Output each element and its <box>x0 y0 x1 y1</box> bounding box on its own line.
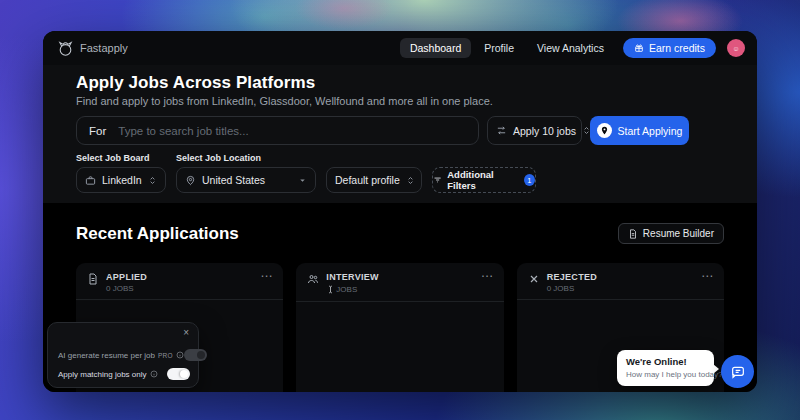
column-applied-meta: APPLIED 0 JOBS <box>106 272 260 293</box>
profile-select-value: Default profile <box>335 174 400 186</box>
brand-name: Fastapply <box>80 42 128 54</box>
location-pin-icon <box>185 175 196 186</box>
chat-message: How may I help you today? <box>626 370 705 379</box>
text-cursor-icon <box>326 284 335 295</box>
job-location-select[interactable]: United States <box>176 167 316 193</box>
user-avatar[interactable]: ☺ <box>727 39 745 57</box>
nav-item-view-analytics[interactable]: View Analytics <box>527 38 614 58</box>
swap-arrows-icon <box>496 125 507 136</box>
column-rejected-header: REJECTED 0 JOBS ⋯ <box>517 263 724 300</box>
briefcase-icon <box>85 175 96 186</box>
column-interview-meta: INTERVIEW JOBS <box>326 272 480 295</box>
people-icon <box>307 273 319 285</box>
nav-item-dashboard[interactable]: Dashboard <box>400 38 471 58</box>
chevron-up-down-icon <box>148 176 157 185</box>
apply-count-select[interactable]: Apply 10 jobs <box>487 116 582 145</box>
additional-filters-label: Additional Filters <box>447 169 519 191</box>
pro-tag: PRO <box>158 352 173 359</box>
job-title-searchbox[interactable]: For <box>76 116 479 145</box>
nav-item-profile[interactable]: Profile <box>474 38 524 58</box>
fastapply-owl-logo-icon <box>57 40 74 57</box>
gift-icon <box>634 43 644 53</box>
column-applied-header: APPLIED 0 JOBS ⋯ <box>76 263 283 300</box>
job-title-search-input[interactable] <box>118 125 466 137</box>
chat-tooltip: We're Online! How may I help you today? <box>617 350 714 386</box>
matching-jobs-row: Apply matching jobs only <box>58 368 190 380</box>
column-count: 0 JOBS <box>106 284 260 293</box>
start-applying-button[interactable]: Start Applying <box>590 116 689 145</box>
earn-credits-button[interactable]: Earn credits <box>623 38 716 58</box>
job-location-value: United States <box>202 174 292 186</box>
chat-launcher-button[interactable] <box>721 355 754 388</box>
matching-jobs-label: Apply matching jobs only <box>58 370 147 379</box>
column-count: 0 JOBS <box>547 284 701 293</box>
hero-section: Apply Jobs Across Platforms Find and app… <box>43 65 757 203</box>
apply-options-popup: × AI generate resume per job PRO Apply m… <box>47 322 199 388</box>
chevron-up-down-icon <box>406 176 415 185</box>
job-board-label: Select Job Board <box>76 153 176 163</box>
chat-status: We're Online! <box>626 356 705 367</box>
x-icon <box>528 273 540 285</box>
fastapply-app-window: Fastapply Dashboard Profile View Analyti… <box>43 31 757 392</box>
popup-rows: AI generate resume per job PRO Apply mat… <box>58 342 190 380</box>
search-prefix-label: For <box>89 125 106 137</box>
column-name: INTERVIEW <box>326 272 480 282</box>
close-icon[interactable]: × <box>183 327 189 338</box>
column-more-button[interactable]: ⋯ <box>260 272 272 280</box>
resume-builder-button[interactable]: Resume Builder <box>618 223 724 244</box>
column-more-button[interactable]: ⋯ <box>481 272 493 280</box>
info-icon <box>150 370 158 378</box>
recent-applications-title: Recent Applications <box>76 224 239 244</box>
additional-filters-button[interactable]: Additional Filters 1 <box>432 167 536 193</box>
brand: Fastapply <box>57 40 128 57</box>
desktop-background: Fastapply Dashboard Profile View Analyti… <box>0 0 800 420</box>
navbar-right: Dashboard Profile View Analytics Earn cr… <box>400 38 745 58</box>
column-name: APPLIED <box>106 272 260 282</box>
column-rejected-meta: REJECTED 0 JOBS <box>547 272 701 293</box>
page-subtitle: Find and apply to jobs from LinkedIn, Gl… <box>76 95 724 107</box>
job-board-value: LinkedIn <box>102 174 142 186</box>
column-more-button[interactable]: ⋯ <box>701 272 713 280</box>
filter-selects-row: LinkedIn United States Default profile A… <box>76 167 724 193</box>
chat-bubble-icon <box>730 364 746 380</box>
ai-resume-row: AI generate resume per job PRO <box>58 349 190 361</box>
job-board-select[interactable]: LinkedIn <box>76 167 166 193</box>
column-count: JOBS <box>326 284 480 295</box>
search-row: For Apply 10 jobs Start Applying <box>76 116 724 145</box>
column-name: REJECTED <box>547 272 701 282</box>
earn-credits-label: Earn credits <box>649 42 705 54</box>
filter-labels-row: Select Job Board Select Job Location <box>76 153 724 163</box>
filters-count-badge: 1 <box>524 174 535 186</box>
pin-circle-icon <box>597 123 612 138</box>
apply-count-value: Apply 10 jobs <box>513 125 576 137</box>
job-location-label: Select Job Location <box>176 153 261 163</box>
document-icon <box>628 229 638 239</box>
profile-select[interactable]: Default profile <box>326 167 422 193</box>
matching-jobs-toggle[interactable] <box>167 368 190 380</box>
column-interview-header: INTERVIEW JOBS ⋯ <box>296 263 503 302</box>
info-icon <box>176 351 184 359</box>
ai-resume-label: AI generate resume per job <box>58 351 155 360</box>
top-navbar: Fastapply Dashboard Profile View Analyti… <box>43 31 757 65</box>
chevron-down-icon <box>298 176 307 185</box>
document-icon <box>87 273 99 285</box>
start-applying-label: Start Applying <box>618 125 683 137</box>
recent-applications-header: Recent Applications Resume Builder <box>76 223 724 244</box>
resume-builder-label: Resume Builder <box>643 228 714 239</box>
ai-resume-toggle[interactable] <box>184 349 207 361</box>
column-interview: INTERVIEW JOBS ⋯ <box>296 263 503 392</box>
filter-lines-icon <box>433 175 442 185</box>
page-title: Apply Jobs Across Platforms <box>76 73 724 93</box>
